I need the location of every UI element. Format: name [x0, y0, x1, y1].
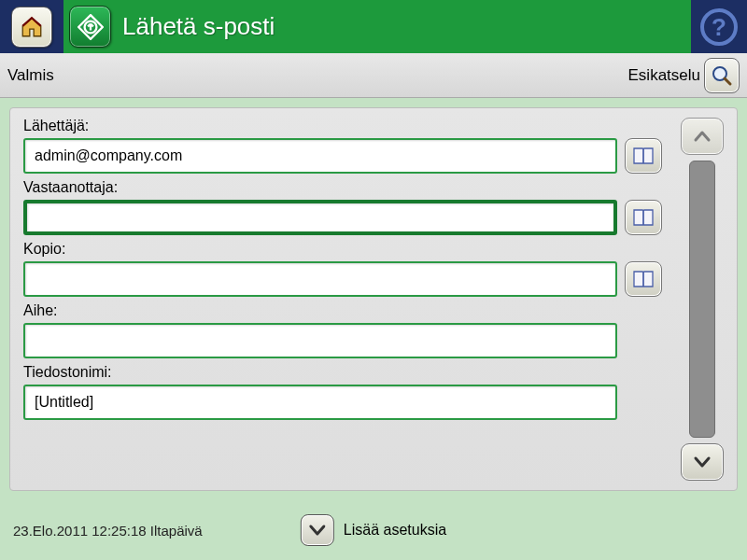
send-button[interactable]	[69, 6, 111, 48]
from-input[interactable]	[23, 138, 617, 174]
subject-input[interactable]	[23, 323, 617, 358]
to-label: Vastaanottaja:	[23, 179, 662, 196]
title-center: Lähetä s-posti	[63, 0, 691, 53]
magnifier-icon	[711, 64, 733, 87]
field-from: Lähettäjä:	[23, 118, 662, 174]
preview-button[interactable]	[704, 58, 740, 93]
chevron-down-icon	[309, 523, 326, 538]
filename-label: Tiedostonimi:	[23, 364, 662, 381]
scroll-down-button[interactable]	[681, 443, 724, 481]
subject-label: Aihe:	[23, 302, 662, 319]
scroll-track[interactable]	[689, 161, 715, 438]
from-label: Lähettäjä:	[23, 118, 662, 134]
scroll-rail	[681, 118, 724, 481]
page-title: Lähetä s-posti	[122, 12, 275, 41]
scroll-up-button[interactable]	[681, 118, 724, 155]
svg-line-4	[725, 78, 730, 84]
field-subject: Aihe:	[23, 302, 662, 358]
more-options-group: Lisää asetuksia	[301, 514, 446, 546]
from-addressbook-button[interactable]	[625, 138, 662, 174]
footer: 23.Elo.2011 12:25:18 Iltapäivä Lisää ase…	[0, 500, 747, 560]
preview-label: Esikatselu	[628, 66, 700, 85]
filename-input[interactable]	[23, 385, 617, 420]
addressbook-icon	[632, 270, 655, 288]
field-to: Vastaanottaja:	[23, 179, 662, 235]
addressbook-icon	[632, 208, 655, 227]
cc-input[interactable]	[23, 261, 617, 297]
chevron-down-icon	[693, 454, 712, 470]
svg-text:?: ?	[712, 13, 726, 41]
status-text: Valmis	[7, 66, 54, 85]
home-button[interactable]	[11, 7, 52, 48]
home-slot	[0, 0, 63, 53]
title-bar: Lähetä s-posti ?	[0, 0, 747, 53]
to-addressbook-button[interactable]	[625, 200, 662, 235]
main-area: Lähettäjä: Vastaanottaja:	[0, 98, 747, 500]
home-icon	[20, 15, 44, 39]
help-icon[interactable]: ?	[699, 7, 739, 47]
field-filename: Tiedostonimi:	[23, 364, 662, 420]
cc-label: Kopio:	[23, 241, 662, 258]
preview-group: Esikatselu	[628, 58, 740, 93]
addressbook-icon	[632, 147, 655, 165]
chevron-up-icon	[693, 128, 712, 145]
email-form: Lähettäjä: Vastaanottaja:	[9, 107, 738, 491]
timestamp: 23.Elo.2011 12:25:18 Iltapäivä	[13, 523, 203, 539]
help-slot: ?	[691, 0, 747, 53]
cc-addressbook-button[interactable]	[625, 261, 662, 297]
status-bar: Valmis Esikatselu	[0, 53, 747, 98]
more-options-label: Lisää asetuksia	[344, 522, 446, 539]
send-icon	[78, 14, 104, 40]
field-cc: Kopio:	[23, 241, 662, 297]
to-input[interactable]	[23, 200, 617, 235]
more-options-button[interactable]	[301, 514, 334, 546]
